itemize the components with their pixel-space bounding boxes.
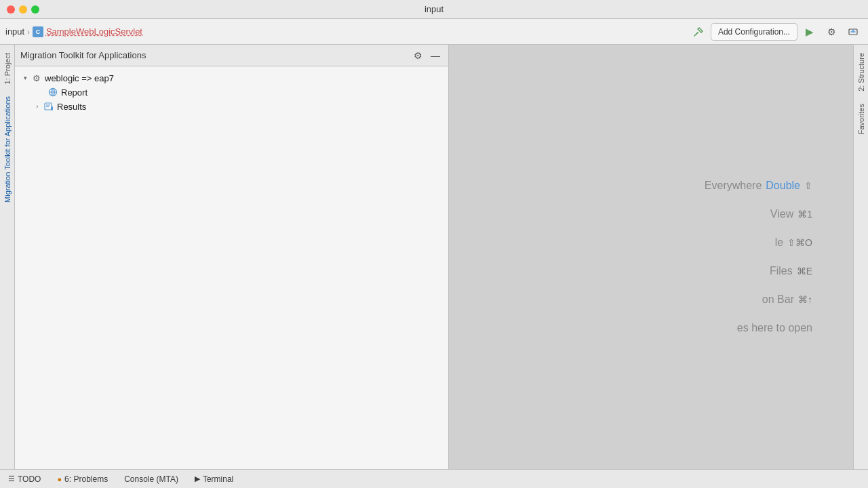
maximize-button[interactable] [31, 5, 39, 14]
panel-title: Migration Toolkit for Applications [20, 50, 146, 60]
hint-line-6: es here to open [737, 322, 812, 334]
panel-collapse-icon: — [431, 50, 440, 61]
nav-bar: input › C SampleWebLogicServlet Add Conf… [0, 19, 868, 45]
close-button[interactable] [7, 5, 15, 14]
sidebar-item-project[interactable]: 1: Project [1, 47, 14, 89]
settings-button[interactable]: ⚙ [822, 22, 841, 41]
tree-results-item[interactable]: › Results [18, 100, 446, 113]
window-title: input [425, 4, 443, 14]
tree-container: ▾ ⚙ weblogic => eap7 Report [15, 66, 448, 469]
minimize-button[interactable] [19, 5, 27, 14]
hint-key-2: ⌘1 [797, 209, 812, 220]
svg-marker-8 [51, 106, 53, 110]
tree-toggle-root[interactable]: ▾ [20, 73, 30, 83]
window-controls [7, 5, 39, 14]
sidebar-item-mta[interactable]: Migration Toolkit for Applications [1, 91, 14, 208]
warning-icon: ● [57, 475, 62, 483]
run-config-icon-button[interactable] [689, 22, 708, 41]
nav-actions: Add Configuration... ▶ ⚙ [689, 22, 863, 41]
hint-text-2: View [770, 208, 793, 220]
hint-line-5: on Bar ⌘↑ [762, 293, 812, 306]
class-name[interactable]: SampleWebLogicServlet [46, 26, 142, 37]
hint-line-1: Everywhere Double ⇧ [705, 180, 812, 192]
panel-collapse-button[interactable]: — [428, 48, 443, 63]
left-sidebar-tabs: 1: Project Migration Toolkit for Applica… [0, 45, 15, 469]
problems-label: 6: Problems [64, 474, 108, 484]
title-bar: input [0, 0, 868, 19]
hint-key-5: ⌘↑ [798, 294, 812, 305]
terminal-tab[interactable]: ▶ Terminal [192, 473, 236, 485]
breadcrumb: input › C SampleWebLogicServlet [5, 26, 142, 37]
sidebar-item-favorites[interactable]: Favorites [855, 98, 867, 140]
todo-icon: ☰ [8, 474, 15, 483]
main-layout: 1: Project Migration Toolkit for Applica… [0, 45, 868, 469]
panel-header-actions: ⚙ — [410, 48, 443, 63]
tree-toggle-results[interactable]: › [33, 102, 42, 111]
right-sidebar-tabs: 2: Structure Favorites [853, 45, 868, 469]
breadcrumb-separator: › [27, 28, 30, 36]
hint-text-6: es here to open [737, 322, 812, 334]
hint-text-1: Everywhere [705, 180, 762, 192]
sidebar-item-structure[interactable]: 2: Structure [855, 47, 867, 97]
status-bar: ☰ TODO ● 6: Problems Console (MTA) ▶ Ter… [0, 469, 868, 488]
hint-key-1: ⇧ [804, 180, 812, 191]
tree-root-item[interactable]: ▾ ⚙ weblogic => eap7 [18, 71, 446, 85]
hint-line-2: View ⌘1 [770, 208, 812, 220]
console-label: Console (MTA) [124, 474, 178, 484]
editor-area: Everywhere Double ⇧ View ⌘1 le ⇧⌘O Files… [449, 45, 853, 469]
panel-area: Migration Toolkit for Applications ⚙ — ▾… [15, 45, 449, 469]
results-icon [43, 101, 54, 112]
hint-action-1: Double [766, 180, 800, 192]
report-globe-icon [47, 87, 58, 98]
hint-text-3: le [775, 237, 783, 249]
todo-label: TODO [18, 474, 41, 484]
hint-line-3: le ⇧⌘O [775, 237, 812, 249]
tree-toggle-report [37, 87, 46, 97]
hint-text-5: on Bar [762, 293, 794, 306]
todo-tab[interactable]: ☰ TODO [5, 473, 43, 485]
coverage-button[interactable] [844, 22, 863, 41]
class-icon: C [33, 26, 43, 37]
project-name[interactable]: input [5, 26, 24, 37]
root-gear-icon: ⚙ [31, 73, 42, 83]
hint-key-4: ⌘E [797, 266, 812, 277]
hint-text-4: Files [770, 265, 793, 277]
terminal-label: Terminal [203, 474, 233, 484]
console-tab[interactable]: Console (MTA) [121, 473, 181, 485]
problems-tab[interactable]: ● 6: Problems [54, 473, 111, 485]
tree-root-label: weblogic => eap7 [45, 73, 114, 83]
panel-header: Migration Toolkit for Applications ⚙ — [15, 45, 448, 66]
panel-settings-button[interactable]: ⚙ [410, 48, 425, 63]
tree-results-label: Results [57, 102, 86, 112]
add-configuration-button[interactable]: Add Configuration... [711, 23, 797, 41]
terminal-icon: ▶ [195, 474, 200, 483]
tree-report-item[interactable]: Report [18, 85, 446, 99]
tree-report-label: Report [61, 87, 87, 98]
hint-key-3: ⇧⌘O [787, 237, 812, 248]
run-button[interactable]: ▶ [800, 22, 819, 41]
hint-line-4: Files ⌘E [770, 265, 812, 277]
panel-settings-icon: ⚙ [414, 50, 422, 61]
